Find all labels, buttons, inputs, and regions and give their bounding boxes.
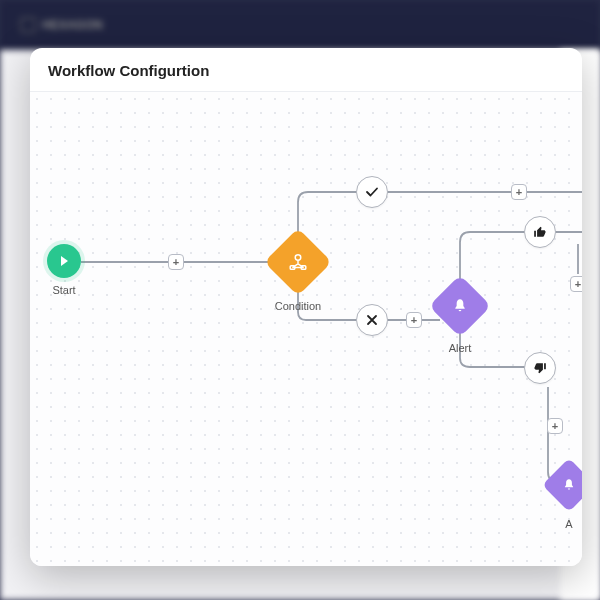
brand-name: HEXAGON	[42, 18, 103, 32]
app-header: HEXAGON	[0, 0, 600, 50]
add-step-button[interactable]	[168, 254, 184, 270]
thumbs-down-icon	[533, 361, 547, 375]
thumbs-down-node-shape	[524, 352, 556, 384]
node-thumbs-up[interactable]	[524, 216, 556, 248]
node-condition-label: Condition	[275, 300, 321, 312]
add-step-button[interactable]	[570, 276, 582, 292]
add-step-button[interactable]	[511, 184, 527, 200]
add-step-button[interactable]	[406, 312, 422, 328]
check-node-shape	[356, 176, 388, 208]
condition-icon	[287, 251, 309, 273]
node-alert-2[interactable]: A	[550, 466, 582, 530]
start-node-shape	[47, 244, 81, 278]
node-alert2-label: A	[565, 518, 572, 530]
bell-icon	[452, 298, 468, 314]
workflow-config-modal: Workflow Configurtion	[30, 48, 582, 566]
close-icon	[366, 314, 378, 326]
workflow-edges	[30, 92, 582, 566]
node-alert[interactable]: Alert	[438, 284, 482, 354]
node-check[interactable]	[356, 176, 388, 208]
condition-node-shape	[264, 228, 332, 296]
add-step-button[interactable]	[547, 418, 563, 434]
node-start-label: Start	[52, 284, 75, 296]
node-thumbs-down[interactable]	[524, 352, 556, 384]
node-start[interactable]: Start	[47, 244, 81, 296]
bell-icon	[562, 478, 576, 492]
node-alert-label: Alert	[449, 342, 472, 354]
check-icon	[365, 185, 379, 199]
alert-node-shape	[429, 275, 491, 337]
svg-point-0	[295, 255, 301, 260]
thumbs-up-icon	[533, 225, 547, 239]
node-cross[interactable]	[356, 304, 388, 336]
brand-logo-icon	[20, 17, 36, 33]
modal-title: Workflow Configurtion	[30, 48, 582, 92]
cross-node-shape	[356, 304, 388, 336]
workflow-canvas[interactable]: Start Condition	[30, 92, 582, 566]
node-condition[interactable]: Condition	[274, 238, 322, 312]
alert2-node-shape	[542, 458, 582, 512]
play-icon	[58, 255, 70, 267]
thumbs-up-node-shape	[524, 216, 556, 248]
